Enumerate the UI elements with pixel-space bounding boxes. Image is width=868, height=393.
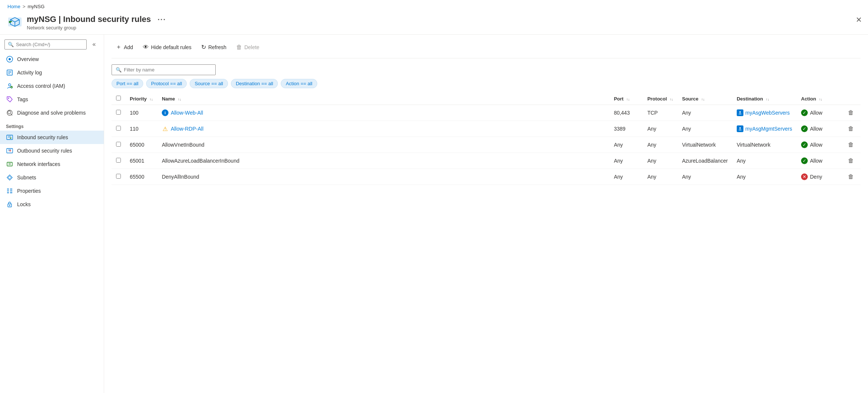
search-input[interactable] <box>16 42 83 47</box>
sidebar-item-outbound[interactable]: Outbound security rules <box>0 144 104 157</box>
warn-icon: ⚠ <box>162 125 168 132</box>
filter-name-input[interactable] <box>124 67 212 73</box>
allow-icon: ✓ <box>801 109 808 116</box>
row-delete-btn[interactable]: 🗑 <box>846 109 856 117</box>
row-destination: myAsgWebServers <box>732 105 797 121</box>
search-box[interactable]: 🔍 <box>4 39 87 49</box>
sidebar-item-overview-label: Overview <box>17 56 39 62</box>
row-port: Any <box>610 153 643 169</box>
svg-point-10 <box>9 84 11 86</box>
search-container: 🔍 « <box>0 35 104 52</box>
rule-name-text: DenyAllInBound <box>162 174 199 180</box>
table-header: Priority ↑↓ Name ↑↓ Port ↑↓ Protocol <box>112 93 861 105</box>
filter-chip-port[interactable]: Port == all <box>112 79 143 88</box>
collapse-sidebar-btn[interactable]: « <box>89 39 99 49</box>
filter-chips: Port == all Protocol == all Source == al… <box>112 79 861 88</box>
row-source: Any <box>678 169 732 185</box>
table-row: 65000 AllowVnetInBound Any Any VirtualNe… <box>112 137 861 153</box>
allow-icon: ✓ <box>801 125 808 132</box>
rule-name-link[interactable]: ⚠ Allow-RDP-All <box>162 125 605 132</box>
sidebar-item-inbound[interactable]: Inbound security rules <box>0 131 104 144</box>
sidebar-item-tags[interactable]: Tags <box>0 93 104 106</box>
rule-name-text: Allow-Web-All <box>171 110 203 116</box>
sidebar-item-diagnose[interactable]: Diagnose and solve problems <box>0 106 104 119</box>
activity-log-icon <box>6 69 13 76</box>
action-text: Allow <box>810 142 822 148</box>
row-delete-btn[interactable]: 🗑 <box>846 173 856 181</box>
row-destination: VirtualNetwork <box>732 137 797 153</box>
destination-sort-icon: ↑↓ <box>766 98 769 101</box>
row-delete-cell: 🗑 <box>841 137 861 153</box>
close-button[interactable]: ✕ <box>856 16 862 23</box>
header-port[interactable]: Port ↑↓ <box>610 93 643 105</box>
sidebar-item-iam[interactable]: Access control (IAM) <box>0 79 104 93</box>
asg-link[interactable]: myAsgWebServers <box>737 109 792 116</box>
header-more-btn[interactable]: ··· <box>158 15 166 24</box>
table-row: 110 ⚠ Allow-RDP-All 3389 Any Any <box>112 121 861 137</box>
table-row: 65500 DenyAllInBound Any Any Any Any ✕ <box>112 169 861 185</box>
rule-name-link[interactable]: i Allow-Web-All <box>162 109 605 116</box>
destination-text: myAsgWebServers <box>745 110 790 116</box>
filter-chip-protocol[interactable]: Protocol == all <box>146 79 187 88</box>
allow-icon: ✓ <box>801 157 808 164</box>
breadcrumb-home[interactable]: Home <box>7 4 20 9</box>
filter-chip-action-label: Action == all <box>286 81 312 86</box>
destination-label: Destination <box>737 96 763 102</box>
row-delete-btn[interactable]: 🗑 <box>846 125 856 133</box>
page-header: myNSG | Inbound security rules ··· Netwo… <box>0 13 868 35</box>
resource-type-label: Network security group <box>27 25 166 31</box>
header-destination[interactable]: Destination ↑↓ <box>732 93 797 105</box>
filter-chip-destination[interactable]: Destination == all <box>231 79 278 88</box>
sidebar-item-activity-log[interactable]: Activity log <box>0 66 104 79</box>
row-delete-btn[interactable]: 🗑 <box>846 157 856 165</box>
resource-icon <box>7 15 22 29</box>
settings-section-label: Settings <box>0 119 104 131</box>
row-name: AllowVnetInBound <box>157 137 609 153</box>
network-interfaces-icon <box>6 160 13 168</box>
sidebar-item-iam-label: Access control (IAM) <box>17 83 65 89</box>
header-text: myNSG | Inbound security rules ··· Netwo… <box>27 15 166 31</box>
sidebar-item-locks[interactable]: Locks <box>0 198 104 211</box>
tags-icon <box>6 96 13 103</box>
rule-name-text: Allow-RDP-All <box>171 126 203 132</box>
filter-name-container[interactable]: 🔍 <box>112 64 216 75</box>
header-source[interactable]: Source ↑↓ <box>678 93 732 105</box>
row-delete-btn[interactable]: 🗑 <box>846 141 856 149</box>
header-checkbox-col <box>112 93 125 105</box>
row-source: VirtualNetwork <box>678 137 732 153</box>
sidebar-item-properties[interactable]: Properties <box>0 184 104 198</box>
header-protocol[interactable]: Protocol ↑↓ <box>643 93 678 105</box>
row-checkbox[interactable] <box>116 142 121 147</box>
row-checkbox[interactable] <box>116 110 121 115</box>
hide-default-rules-button[interactable]: 👁 Hide default rules <box>139 41 196 53</box>
row-checkbox[interactable] <box>116 158 121 163</box>
action-allow: ✓ Allow <box>801 157 837 164</box>
delete-button[interactable]: 🗑 Delete <box>232 41 263 53</box>
svg-point-12 <box>8 98 9 99</box>
table-body: 100 i Allow-Web-All 80,443 TCP Any <box>112 105 861 185</box>
refresh-button[interactable]: ↻ Refresh <box>197 41 231 53</box>
select-all-checkbox[interactable] <box>116 96 121 100</box>
sidebar-item-properties-label: Properties <box>17 188 41 194</box>
rules-table: Priority ↑↓ Name ↑↓ Port ↑↓ Protocol <box>112 93 861 185</box>
row-checkbox[interactable] <box>116 126 121 131</box>
sidebar-item-network-interfaces[interactable]: Network interfaces <box>0 157 104 171</box>
filter-chip-action[interactable]: Action == all <box>281 79 317 88</box>
table-row: 100 i Allow-Web-All 80,443 TCP Any <box>112 105 861 121</box>
row-checkbox[interactable] <box>116 174 121 179</box>
filter-chip-source[interactable]: Source == all <box>190 79 228 88</box>
sidebar-item-subnets-label: Subnets <box>17 175 36 180</box>
sidebar-item-subnets[interactable]: Subnets <box>0 171 104 184</box>
app-container: Home > myNSG myNSG | Inbound security ru… <box>0 0 868 393</box>
port-sort-icon: ↑↓ <box>626 98 630 101</box>
header-priority[interactable]: Priority ↑↓ <box>125 93 157 105</box>
header-name[interactable]: Name ↑↓ <box>157 93 609 105</box>
sidebar-item-overview[interactable]: Overview <box>0 52 104 66</box>
row-name: AllowAzureLoadBalancerInBound <box>157 153 609 169</box>
header-action[interactable]: Action ↑↓ <box>797 93 841 105</box>
add-button[interactable]: ＋ Add <box>112 41 137 54</box>
filter-chip-source-label: Source == all <box>195 81 223 86</box>
action-sort-icon: ↑↓ <box>819 98 822 101</box>
search-icon: 🔍 <box>8 42 14 47</box>
asg-link[interactable]: myAsgMgmtServers <box>737 125 792 132</box>
